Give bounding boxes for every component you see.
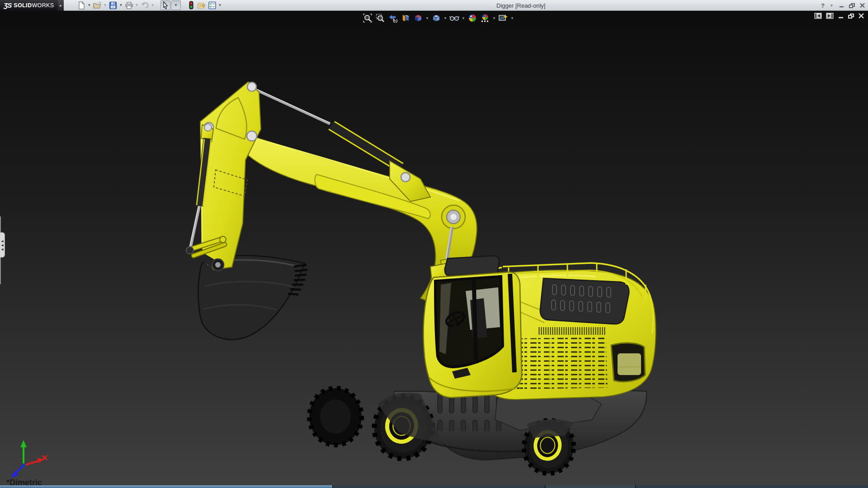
headsup-view-toolbar: ▼ ▼ ▼ xyxy=(362,13,514,23)
hide-show-items-button[interactable] xyxy=(448,13,460,23)
solidworks-logo[interactable]: ƷS SOLIDWORKS xyxy=(0,0,58,11)
boom-stick-pin xyxy=(247,131,257,141)
display-style-button[interactable] xyxy=(430,13,442,23)
view-settings-dropdown[interactable]: ▼ xyxy=(510,16,514,20)
toggle-left-pane-button[interactable] xyxy=(814,13,822,19)
rebuild-button[interactable] xyxy=(186,0,196,10)
model-canvas[interactable]: *Dimetric xyxy=(0,11,868,488)
view-orientation-button[interactable] xyxy=(412,13,424,23)
options-checklist-icon xyxy=(208,1,217,9)
document-window-controls xyxy=(814,13,864,19)
section-view-icon xyxy=(401,14,410,23)
hide-show-items-dropdown[interactable]: ▼ xyxy=(461,16,466,20)
zoom-to-area-icon xyxy=(376,14,385,23)
dassault-3ds-icon: ƷS xyxy=(4,1,11,9)
status-segment xyxy=(635,485,868,488)
zoom-to-area-button[interactable] xyxy=(374,13,386,23)
open-button[interactable] xyxy=(92,0,102,10)
print-icon xyxy=(125,1,133,9)
wheel-rear-left[interactable] xyxy=(309,388,362,445)
select-dropdown[interactable]: ▼ xyxy=(171,0,181,10)
rebuild-traffic-light-icon xyxy=(189,1,194,9)
glasses-icon xyxy=(449,14,459,23)
roof-cover xyxy=(445,256,499,276)
solidworks-logo-text: SOLIDWORKS xyxy=(14,2,54,9)
graphics-viewport[interactable]: *Dimetric xyxy=(0,11,868,488)
app-close-button[interactable] xyxy=(859,3,865,8)
doc-restore-button[interactable] xyxy=(848,14,854,19)
solidworks-window: ƷS SOLIDWORKS ▸ ▼ ▼ xyxy=(0,0,868,488)
new-document-icon xyxy=(78,1,85,9)
status-segment xyxy=(0,485,332,488)
view-settings-icon xyxy=(498,14,508,23)
status-segment xyxy=(545,485,635,488)
status-segment xyxy=(332,485,545,488)
apply-scene-dropdown[interactable]: ▼ xyxy=(492,16,496,20)
x-axis-marker xyxy=(42,455,47,460)
save-dropdown[interactable]: ▼ xyxy=(118,0,123,10)
new-document-dropdown[interactable]: ▼ xyxy=(87,0,92,10)
view-settings-button[interactable] xyxy=(497,13,509,23)
apply-scene-button[interactable] xyxy=(479,13,491,23)
cab[interactable] xyxy=(424,256,522,398)
apex-pin xyxy=(247,82,256,91)
standard-toolbar: ▼ ▼ ▼ xyxy=(76,0,222,10)
doc-minimize-button[interactable] xyxy=(838,13,844,19)
title-bar: ƷS SOLIDWORKS ▸ ▼ ▼ xyxy=(0,0,868,11)
options-dropdown[interactable]: ▼ xyxy=(217,0,222,10)
toggle-right-pane-button[interactable] xyxy=(826,13,834,19)
grille-band xyxy=(538,327,606,335)
orientation-triad xyxy=(11,440,47,478)
previous-view-icon xyxy=(388,14,397,23)
help-button[interactable]: ? xyxy=(821,2,825,9)
print-button[interactable] xyxy=(124,0,134,10)
zoom-to-fit-icon xyxy=(363,14,372,23)
app-restore-button[interactable] xyxy=(849,3,855,8)
help-dropdown[interactable]: ▼ xyxy=(829,1,834,10)
rear-window[interactable] xyxy=(611,343,645,382)
new-document-button[interactable] xyxy=(76,0,86,10)
chassis-slats xyxy=(432,393,505,431)
collapse-left-icon xyxy=(815,14,821,18)
print-dropdown[interactable]: ▼ xyxy=(134,0,139,10)
view-orientation-icon xyxy=(414,14,423,23)
options-button[interactable] xyxy=(207,0,217,10)
undo-icon xyxy=(141,1,149,9)
apply-scene-icon xyxy=(480,14,490,23)
splitter-arrow-icon: ◀ xyxy=(1,240,3,242)
undo-dropdown[interactable]: ▼ xyxy=(150,0,155,10)
save-button[interactable] xyxy=(108,0,118,10)
save-floppy-icon xyxy=(109,1,117,9)
zoom-to-fit-button[interactable] xyxy=(362,13,373,23)
doc-close-button[interactable] xyxy=(858,13,864,19)
display-style-icon xyxy=(432,14,441,23)
select-arrow-icon xyxy=(162,1,169,9)
previous-view-button[interactable] xyxy=(387,13,399,23)
select-button[interactable] xyxy=(160,0,170,10)
display-style-dropdown[interactable]: ▼ xyxy=(443,16,448,20)
edit-appearance-button[interactable] xyxy=(467,13,478,23)
undo-button[interactable] xyxy=(140,0,150,10)
splitter-arrow-icon: ◀ xyxy=(1,244,3,246)
open-folder-icon xyxy=(93,1,102,9)
appearance-sphere-icon xyxy=(468,14,477,23)
section-view-button[interactable] xyxy=(400,13,411,23)
excavator-model[interactable] xyxy=(186,82,656,476)
document-title: Digger [Read-only] xyxy=(496,0,545,11)
file-properties-icon xyxy=(197,1,206,9)
menu-expand-button[interactable]: ▸ xyxy=(58,0,64,11)
open-dropdown[interactable]: ▼ xyxy=(103,0,108,10)
app-minimize-button[interactable] xyxy=(839,3,844,8)
engine-cover[interactable] xyxy=(540,278,629,324)
pane-splitter-handle[interactable]: ◀ ◀ ◀ xyxy=(0,232,5,258)
cylinder-pin xyxy=(401,173,410,182)
splitter-arrow-icon: ◀ xyxy=(1,248,3,250)
status-edge-strip xyxy=(0,485,868,488)
checkered-flag xyxy=(481,21,488,22)
file-properties-button[interactable] xyxy=(197,0,207,10)
view-orientation-dropdown[interactable]: ▼ xyxy=(425,16,429,20)
expand-right-icon xyxy=(827,14,833,18)
